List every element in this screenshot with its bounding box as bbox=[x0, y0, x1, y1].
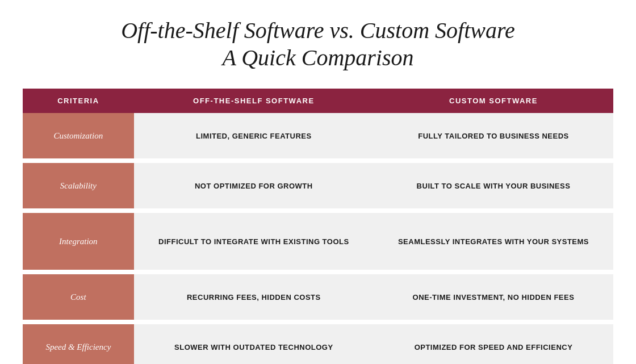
table-header-row: CRITERIA OFF-THE-SHELF SOFTWARE CUSTOM S… bbox=[23, 89, 613, 113]
criteria-cell: Speed & Efficiency bbox=[23, 324, 134, 364]
custom-cell: BUILT TO SCALE WITH YOUR BUSINESS bbox=[374, 163, 613, 208]
ots-cell: SLOWER WITH OUTDATED TECHNOLOGY bbox=[134, 324, 374, 364]
ots-cell: LIMITED, GENERIC FEATURES bbox=[134, 113, 374, 158]
custom-cell: SEAMLESSLY INTEGRATES WITH YOUR SYSTEMS bbox=[374, 213, 613, 270]
ots-cell: RECURRING FEES, HIDDEN COSTS bbox=[134, 274, 374, 320]
table-row: IntegrationDIFFICULT TO INTEGRATE WITH E… bbox=[23, 213, 613, 270]
criteria-cell: Cost bbox=[23, 274, 134, 320]
custom-cell: FULLY TAILORED TO BUSINESS NEEDS bbox=[374, 113, 613, 158]
header-custom: CUSTOM SOFTWARE bbox=[374, 89, 613, 113]
header-criteria: CRITERIA bbox=[23, 89, 134, 113]
custom-cell: OPTIMIZED FOR SPEED AND EFFICIENCY bbox=[374, 324, 613, 364]
criteria-cell: Customization bbox=[23, 113, 134, 158]
table-row: CostRECURRING FEES, HIDDEN COSTSONE-TIME… bbox=[23, 274, 613, 320]
title-block: Off-the-Shelf Software vs. Custom Softwa… bbox=[121, 17, 515, 72]
table-row: Speed & EfficiencySLOWER WITH OUTDATED T… bbox=[23, 324, 613, 364]
ots-cell: NOT OPTIMIZED FOR GROWTH bbox=[134, 163, 374, 208]
criteria-cell: Integration bbox=[23, 213, 134, 270]
table-row: ScalabilityNOT OPTIMIZED FOR GROWTHBUILT… bbox=[23, 163, 613, 208]
header-ots: OFF-THE-SHELF SOFTWARE bbox=[134, 89, 374, 113]
ots-cell: DIFFICULT TO INTEGRATE WITH EXISTING TOO… bbox=[134, 213, 374, 270]
criteria-cell: Scalability bbox=[23, 163, 134, 208]
table-row: CustomizationLIMITED, GENERIC FEATURESFU… bbox=[23, 113, 613, 158]
custom-cell: ONE-TIME INVESTMENT, NO HIDDEN FEES bbox=[374, 274, 613, 320]
title-line1: Off-the-Shelf Software vs. Custom Softwa… bbox=[121, 17, 515, 44]
title-line2: A Quick Comparison bbox=[121, 44, 515, 72]
comparison-table: CRITERIA OFF-THE-SHELF SOFTWARE CUSTOM S… bbox=[23, 89, 613, 364]
